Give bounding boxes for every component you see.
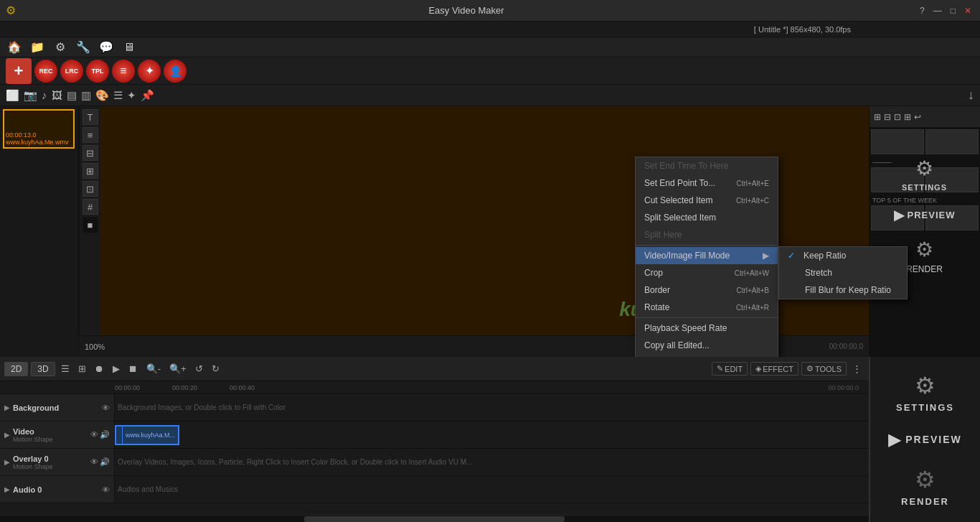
cm-set-end-point[interactable]: Set End Point To... Ctrl+Alt+E [636,174,778,192]
scrollbar-thumb[interactable] [304,516,565,522]
menu-tools[interactable]: 🔧 [73,37,93,57]
cm-playback-speed[interactable]: Playback Speed Rate [636,320,778,337]
star-btn[interactable]: ✦ [127,89,136,102]
camera-btn[interactable]: 📷 [24,89,37,102]
rec-button[interactable]: REC [34,60,57,83]
maximize-button[interactable]: □ [948,6,958,16]
crop-tool[interactable]: ⊞ [83,163,98,179]
text-tool[interactable]: T [83,109,98,125]
tb-play[interactable]: ▶ [110,362,123,376]
help-button[interactable]: ? [917,6,928,16]
audio-icon-video[interactable]: 🔊 [100,430,110,439]
cm-cut[interactable]: Cut Selected Item Ctrl+Alt+C [636,192,778,209]
tb-undo[interactable]: ↺ [192,362,206,376]
gear-icon: ⚙ [915,157,933,180]
video-clip[interactable]: www.kuyhAa.M... [115,425,179,445]
layer-btn[interactable]: ⬜ [6,89,19,102]
pin-btn[interactable]: 📌 [141,89,154,102]
sm-keep-ratio[interactable]: Keep Ratio [779,247,907,264]
track-expand-audio[interactable]: ▶ [4,485,10,493]
cm-rotate[interactable]: Rotate Ctrl+Alt+R [636,299,778,316]
detail-view-btn[interactable]: ⊞ [904,112,911,122]
grid-tool[interactable]: # [83,199,98,215]
preview-button-tl[interactable]: ▶ PREVIEW [888,429,962,449]
file-item[interactable]: 00:00:13.0 www.kuyhAa.Me.wmv [3,109,75,149]
cm-split[interactable]: Split Selected Item [636,209,778,226]
context-menu: Set End Time To Here Set End Point To...… [635,157,778,357]
mode-2d[interactable]: 2D [4,362,28,376]
eye-icon-video[interactable]: 👁 [90,430,98,439]
minimize-button[interactable]: — [930,6,945,16]
eye-icon-bg[interactable]: 👁 [102,404,110,412]
track-label-video: Video [13,427,53,436]
track-expand-bg[interactable]: ▶ [4,404,10,411]
close-button[interactable]: ✕ [961,6,974,16]
cm-crop[interactable]: Crop Ctrl+Alt+W [636,264,778,281]
color-btn[interactable]: 🎨 [95,89,109,102]
list-btn[interactable]: ☰ [113,89,123,102]
sm-fill-blur[interactable]: Fill Blur for Keep Ratio [779,281,907,299]
grid-view-btn[interactable]: ⊞ [874,112,881,122]
preview-action[interactable]: ▶ PREVIEW [894,206,956,223]
sm-stretch[interactable]: Stretch [779,264,907,281]
tb-record[interactable]: ⏺ [92,362,107,376]
align-left-tool[interactable]: ≡ [83,127,98,143]
ruler-0: 00:00:00 [115,384,172,391]
tb-edit[interactable]: ✎ EDIT [712,362,748,376]
cm-copy-edited[interactable]: Copy all Edited... [636,337,778,354]
render-action[interactable]: ⚙ RENDER [906,238,943,274]
tb-more[interactable]: ⋮ [849,362,864,376]
settings-action[interactable]: ⚙ SETTINGS [902,157,947,192]
music-btn[interactable]: ♪ [42,89,47,101]
settings-button-tl[interactable]: ⚙ SETTINGS [896,372,954,413]
tb-list[interactable]: ☰ [58,362,72,376]
track-expand-video[interactable]: ▶ [4,431,10,439]
tb-grid[interactable]: ⊞ [75,362,89,376]
render-button-tl[interactable]: ⚙ RENDER [901,466,949,507]
tb-effect[interactable]: ◈ EFFECT [750,362,798,376]
track-content-overlay[interactable]: Overlay Videos, Images, Icons, Particle,… [115,449,869,475]
menu-folder[interactable]: 📁 [27,37,47,57]
track-content-audio[interactable]: Audios and Musics [115,476,869,503]
cm-split-here[interactable]: Split Here [636,226,778,243]
image-btn[interactable]: 🖼 [52,89,62,101]
track-expand-overlay[interactable]: ▶ [4,458,10,466]
menu-button[interactable]: ≡ [112,60,135,83]
square-tool[interactable]: ■ [83,217,98,233]
back-arrow[interactable]: ↩ [914,112,921,122]
face-button[interactable]: 👤 [164,60,187,83]
menu-home[interactable]: 🏠 [4,37,24,57]
tb-stop[interactable]: ⏹ [126,362,141,376]
fx-button[interactable]: ✦ [138,60,161,83]
timeline-scrollbar[interactable] [0,515,869,522]
multi-btn[interactable]: ▥ [81,89,91,102]
cm-border[interactable]: Border Ctrl+Alt+B [636,281,778,299]
tools-icon: ⚙ [806,364,814,373]
eye-icon-overlay[interactable]: 👁 [90,457,98,467]
download-arrow[interactable]: ↓ [968,88,974,103]
add-button[interactable]: + [6,58,32,84]
settings-view-btn[interactable]: ⊡ [894,112,901,122]
track-content-bg[interactable]: Background Images, or Double click to Fi… [115,394,869,421]
tb-tools[interactable]: ⚙ TOOLS [801,362,847,376]
track-content-video[interactable]: www.kuyhAa.M... [115,421,869,448]
cm-fill-mode[interactable]: Video/Image Fill Mode ▶ [636,247,778,264]
mode-3d[interactable]: 3D [31,362,55,376]
resize-tool[interactable]: ⊡ [83,181,98,197]
audio-icon-overlay[interactable]: 🔊 [100,457,110,467]
list-view-btn[interactable]: ⊟ [884,112,891,122]
menu-monitor[interactable]: 🖥 [119,37,139,57]
sub-btn[interactable]: ▤ [67,89,77,102]
tb-zoom-out[interactable]: 🔍- [143,362,164,376]
tpl-button[interactable]: TPL [86,60,109,83]
eye-icon-audio[interactable]: 👁 [102,485,110,494]
tb-redo[interactable]: ↻ [209,362,222,376]
menu-settings[interactable]: ⚙ [50,37,70,57]
cm-set-end-time[interactable]: Set End Time To Here [636,157,778,174]
tb-zoom-in[interactable]: 🔍+ [166,362,189,376]
cm-paste-edited[interactable]: Paste Edited... [636,354,778,357]
menu-chat[interactable]: 💬 [96,37,116,57]
app-icon: ⚙ [6,4,16,17]
lrc-button[interactable]: LRC [60,60,83,83]
align-center-tool[interactable]: ⊟ [83,145,98,161]
